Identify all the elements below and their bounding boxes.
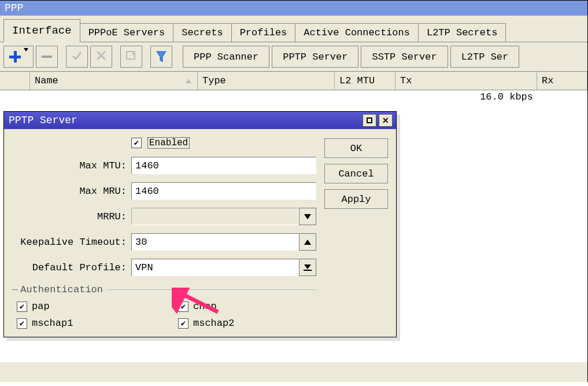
ppp-scanner-button[interactable]: PPP Scanner	[183, 46, 269, 68]
column-rx[interactable]: Rx	[537, 72, 587, 90]
triangle-up-icon	[304, 240, 311, 245]
x-icon	[96, 50, 106, 64]
auth-group-label: —Authentication	[12, 284, 316, 295]
comment-button[interactable]	[120, 46, 142, 68]
ok-button[interactable]: OK	[324, 138, 388, 158]
toolbar: PPP Scanner PPTP Server SSTP Server L2TP…	[0, 42, 587, 72]
tab-secrets[interactable]: Secrets	[173, 23, 231, 42]
default-profile-input[interactable]	[131, 259, 299, 276]
default-profile-dropdown-button[interactable]	[299, 259, 316, 276]
enabled-checkbox[interactable]: ✔	[131, 138, 142, 148]
tab-profiles[interactable]: Profiles	[231, 23, 296, 42]
tab-pppoe-servers[interactable]: PPPoE Servers	[80, 23, 174, 42]
row-tx-value: 16.0 kbps	[417, 91, 533, 102]
auth-pap-label: pap	[32, 301, 50, 312]
auth-mschap1-checkbox[interactable]: ✔	[17, 318, 27, 329]
window-title: PPP	[0, 1, 587, 16]
dialog-title: PPTP Server	[9, 115, 77, 126]
dropdown-arrow-icon	[24, 52, 28, 63]
minimize-button[interactable]	[363, 114, 376, 127]
dialog-buttons: OK Cancel Apply	[324, 138, 388, 329]
auth-mschap2-checkbox[interactable]: ✔	[178, 318, 188, 329]
max-mru-label: Max MRU:	[12, 186, 131, 197]
dialog-titlebar[interactable]: PPTP Server ✕	[4, 112, 396, 129]
disable-button[interactable]	[90, 46, 112, 68]
apply-button[interactable]: Apply	[324, 189, 388, 209]
auth-mschap2-label: mschap2	[193, 318, 234, 329]
keepalive-label: Keepalive Timeout:	[12, 237, 131, 248]
sort-asc-icon	[186, 79, 191, 83]
note-icon	[125, 50, 137, 64]
column-name[interactable]: Name	[30, 72, 198, 90]
auth-chap-label: chap	[193, 301, 217, 312]
tab-interface[interactable]: Interface	[3, 19, 80, 42]
enable-button[interactable]	[66, 46, 88, 68]
remove-button[interactable]	[36, 46, 58, 68]
enabled-label: Enabled	[147, 137, 190, 149]
dialog-form: ✔ Enabled Max MTU: Max MRU: MRRU: Keepal…	[12, 137, 316, 329]
mrru-input[interactable]	[131, 208, 299, 225]
mrru-label: MRRU:	[12, 211, 131, 222]
default-profile-label: Default Profile:	[12, 262, 131, 273]
square-icon	[367, 117, 372, 123]
tabs: Interface PPPoE Servers Secrets Profiles…	[0, 16, 587, 42]
max-mtu-input[interactable]	[131, 157, 316, 174]
tab-active-connections[interactable]: Active Connections	[295, 23, 419, 42]
checkmark-icon: ✔	[134, 139, 139, 147]
column-blank[interactable]	[0, 72, 30, 90]
mrru-expand-button[interactable]	[299, 208, 316, 225]
column-tx[interactable]: Tx	[395, 72, 537, 90]
max-mtu-label: Max MTU:	[12, 160, 131, 171]
triangle-down-icon	[304, 214, 311, 219]
close-icon: ✕	[382, 116, 389, 125]
dropdown-bar-icon	[304, 264, 312, 271]
add-button[interactable]	[3, 46, 34, 68]
check-icon	[71, 50, 83, 64]
tab-l2tp-secrets[interactable]: L2TP Secrets	[418, 23, 506, 42]
sstp-server-button[interactable]: SSTP Server	[361, 46, 448, 68]
keepalive-input[interactable]	[131, 233, 299, 251]
column-l2mtu[interactable]: L2 MTU	[335, 72, 395, 90]
keepalive-collapse-button[interactable]	[299, 233, 316, 251]
pptp-server-dialog: PPTP Server ✕ ✔ Enabled Max MTU: Max MRU…	[3, 111, 397, 337]
max-mru-input[interactable]	[131, 182, 316, 200]
auth-pap-checkbox[interactable]: ✔	[17, 302, 27, 312]
filter-button[interactable]	[150, 46, 172, 68]
cancel-button[interactable]: Cancel	[324, 164, 388, 183]
plus-icon	[9, 50, 21, 63]
auth-chap-checkbox[interactable]: ✔	[178, 302, 188, 312]
close-button[interactable]: ✕	[379, 114, 393, 127]
auth-mschap1-label: mschap1	[32, 318, 73, 329]
funnel-icon	[156, 50, 167, 63]
column-type[interactable]: Type	[198, 72, 335, 90]
svg-rect-1	[9, 56, 21, 58]
minus-icon	[42, 56, 52, 58]
grid-header: Name Type L2 MTU Tx Rx	[0, 72, 587, 90]
l2tp-server-button[interactable]: L2TP Ser	[450, 46, 520, 68]
pptp-server-button[interactable]: PPTP Server	[272, 46, 358, 68]
